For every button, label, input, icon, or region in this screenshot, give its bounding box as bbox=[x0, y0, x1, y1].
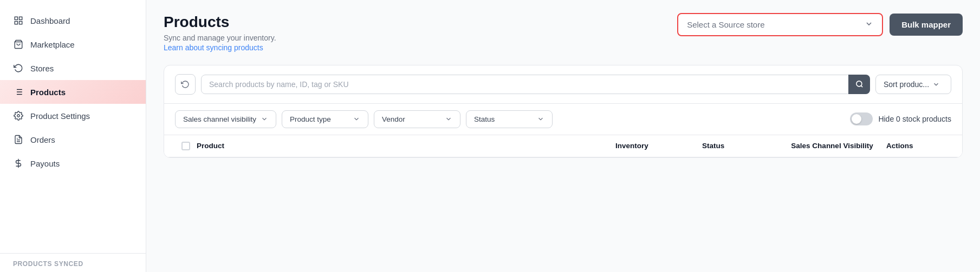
search-button[interactable] bbox=[848, 75, 870, 94]
sidebar-item-payouts-label: Payouts bbox=[30, 159, 60, 168]
sidebar-item-stores[interactable]: Stores bbox=[0, 56, 146, 80]
sidebar: Dashboard Marketplace Stores Products Pr bbox=[0, 0, 146, 272]
hide-stock-toggle[interactable] bbox=[850, 112, 873, 125]
bulk-mapper-button[interactable]: Bulk mapper bbox=[890, 14, 963, 36]
sidebar-item-payouts[interactable]: Payouts bbox=[0, 151, 146, 175]
vendor-chevron-icon bbox=[445, 115, 452, 123]
search-input[interactable] bbox=[201, 75, 870, 94]
hide-stock-text: Hide 0 stock products bbox=[878, 115, 951, 123]
toggle-knob bbox=[852, 114, 861, 124]
sales-channel-label: Sales channel visibility bbox=[183, 115, 256, 123]
chevron-down-icon bbox=[865, 19, 873, 30]
table-header: Product Inventory Status Sales Channel V… bbox=[164, 135, 962, 157]
product-type-chevron-icon bbox=[353, 115, 360, 123]
sidebar-item-products-label: Products bbox=[30, 88, 66, 97]
table-header-status: Status bbox=[702, 142, 778, 150]
sidebar-item-dashboard-label: Dashboard bbox=[30, 16, 70, 25]
sidebar-item-orders-label: Orders bbox=[30, 135, 55, 144]
search-wrapper bbox=[201, 75, 870, 94]
stores-icon bbox=[13, 63, 24, 74]
list-icon bbox=[13, 87, 24, 97]
status-label: Status bbox=[474, 115, 495, 123]
source-store-label: Select a Source store bbox=[687, 20, 764, 29]
shopping-bag-icon bbox=[13, 39, 24, 50]
grid-icon bbox=[13, 15, 24, 26]
sidebar-item-product-settings-label: Product Settings bbox=[30, 111, 90, 121]
dollar-sign-icon bbox=[13, 158, 24, 169]
hide-stock-wrapper: Hide 0 stock products bbox=[850, 112, 951, 125]
page-header-left: Products Sync and manage your inventory.… bbox=[164, 13, 276, 52]
table-header-sales-channel: Sales Channel Visibility bbox=[778, 142, 886, 150]
vendor-label: Vendor bbox=[382, 115, 405, 123]
sort-dropdown[interactable]: Sort produc... bbox=[875, 75, 951, 94]
sidebar-item-stores-label: Stores bbox=[30, 64, 54, 73]
main-content: Products Sync and manage your inventory.… bbox=[146, 0, 980, 272]
sidebar-item-marketplace-label: Marketplace bbox=[30, 40, 75, 49]
sidebar-nav: Dashboard Marketplace Stores Products Pr bbox=[0, 0, 146, 253]
svg-point-11 bbox=[17, 115, 20, 117]
table-header-actions: Actions bbox=[886, 142, 951, 150]
source-store-dropdown[interactable]: Select a Source store bbox=[677, 13, 883, 36]
svg-rect-0 bbox=[15, 17, 17, 19]
table-header-product: Product bbox=[197, 142, 615, 150]
sort-label: Sort produc... bbox=[884, 80, 929, 89]
svg-rect-1 bbox=[20, 17, 22, 19]
products-card: Sort produc... Sales channel visibility … bbox=[164, 65, 963, 158]
sidebar-item-marketplace[interactable]: Marketplace bbox=[0, 32, 146, 56]
status-filter[interactable]: Status bbox=[466, 110, 553, 128]
status-chevron-icon bbox=[537, 115, 544, 123]
page-header-right: Select a Source store Bulk mapper bbox=[677, 13, 963, 36]
product-type-label: Product type bbox=[290, 115, 331, 123]
toolbar: Sort produc... bbox=[164, 65, 962, 104]
page-title: Products bbox=[164, 13, 276, 31]
sales-channel-filter[interactable]: Sales channel visibility bbox=[175, 110, 276, 128]
refresh-button[interactable] bbox=[175, 74, 196, 95]
svg-rect-2 bbox=[15, 22, 17, 24]
filter-row: Sales channel visibility Product type Ve… bbox=[164, 104, 962, 135]
select-all-checkbox[interactable] bbox=[181, 142, 190, 150]
svg-line-16 bbox=[861, 86, 862, 88]
refresh-icon bbox=[181, 80, 190, 89]
page-subtitle: Sync and manage your inventory. bbox=[164, 34, 276, 42]
product-type-filter[interactable]: Product type bbox=[282, 110, 368, 128]
settings-icon bbox=[13, 110, 24, 121]
sidebar-item-orders[interactable]: Orders bbox=[0, 128, 146, 151]
file-text-icon bbox=[13, 134, 24, 145]
svg-point-15 bbox=[856, 81, 861, 87]
sidebar-item-product-settings[interactable]: Product Settings bbox=[0, 104, 146, 128]
sidebar-item-dashboard[interactable]: Dashboard bbox=[0, 9, 146, 32]
sidebar-item-products[interactable]: Products bbox=[0, 80, 146, 104]
table-header-checkbox bbox=[175, 142, 197, 150]
sales-channel-chevron-icon bbox=[261, 115, 268, 123]
table-header-inventory: Inventory bbox=[615, 142, 702, 150]
page-header: Products Sync and manage your inventory.… bbox=[164, 13, 963, 52]
sidebar-bottom-label: Products Synced bbox=[0, 253, 146, 272]
svg-rect-3 bbox=[20, 22, 22, 24]
sort-chevron-icon bbox=[932, 81, 940, 88]
search-icon bbox=[855, 80, 864, 88]
vendor-filter[interactable]: Vendor bbox=[374, 110, 460, 128]
learn-link[interactable]: Learn about syncing products bbox=[164, 43, 276, 52]
